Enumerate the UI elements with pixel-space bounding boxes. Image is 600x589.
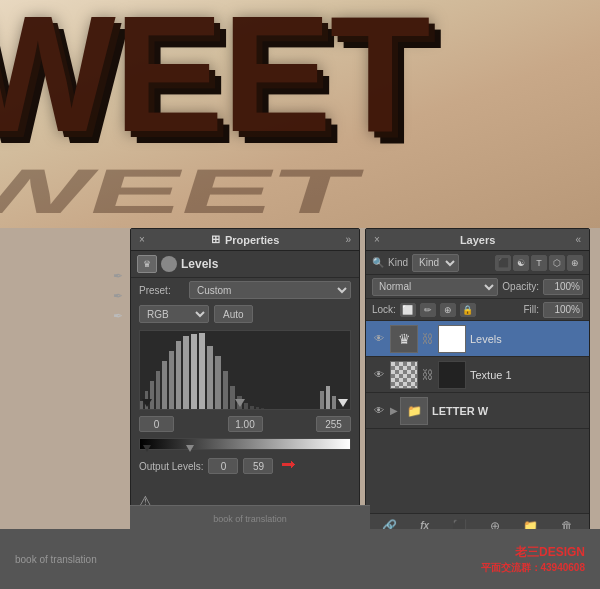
sweet-text-main: WEET — [0, 0, 429, 169]
auto-button[interactable]: Auto — [214, 305, 253, 323]
layers-panel-title: Layers — [460, 234, 495, 246]
brand-name: 老三DESIGN — [481, 544, 586, 561]
histogram-black-thumb[interactable] — [142, 399, 152, 407]
layers-kind-label: Kind — [388, 257, 408, 268]
filter-smart-icon[interactable]: ⊕ — [567, 255, 583, 271]
filter-shape-icon[interactable]: ⬡ — [549, 255, 565, 271]
fill-label: Fill: — [523, 304, 539, 315]
layer-chain-levels: ⛓ — [422, 332, 434, 346]
levels-title: Levels — [181, 257, 218, 271]
input-levels-mid[interactable]: 1.00 — [228, 416, 263, 432]
side-tool-eyedropper-black[interactable]: ✒ — [113, 269, 123, 283]
opacity-label: Opacity: — [502, 281, 539, 292]
input-levels-row: 0 1.00 255 — [131, 414, 359, 434]
properties-panel: × ⊞ Properties » ♛ Levels Preset: Custom… — [130, 228, 360, 538]
red-arrow-icon: ⮕ — [281, 457, 297, 475]
layer-mask-levels — [438, 325, 466, 353]
layers-panel-collapse[interactable]: « — [575, 234, 581, 245]
properties-panel-collapse[interactable]: » — [345, 234, 351, 245]
input-levels-min[interactable]: 0 — [139, 416, 174, 432]
levels-circle-icon — [161, 256, 177, 272]
layer-item-letter-w[interactable]: 👁 ▶ 📁 LETTER W — [366, 393, 589, 429]
layer-eye-texture[interactable]: 👁 — [372, 368, 386, 382]
bottom-right-brand: 老三DESIGN 平面交流群：43940608 — [481, 544, 586, 575]
layers-panel-close[interactable]: × — [374, 234, 380, 245]
layer-item-texture[interactable]: 👁 ⛓ Textue 1 — [366, 357, 589, 393]
lock-position-icon[interactable]: ⊕ — [440, 303, 456, 317]
lock-label: Lock: — [372, 304, 396, 315]
layer-name-texture: Textue 1 — [470, 369, 583, 381]
histogram-mid-thumb[interactable] — [235, 399, 245, 407]
lock-transparent-icon[interactable]: ⬜ — [400, 303, 416, 317]
canvas-area: WEET WEET — [0, 0, 600, 228]
preset-row: Preset: Custom — [131, 278, 359, 302]
layer-thumb-levels: ♛ — [390, 325, 418, 353]
properties-panel-title: ⊞ Properties — [211, 233, 279, 246]
opacity-input[interactable]: 100% — [543, 279, 583, 295]
blend-mode-select[interactable]: Normal — [372, 278, 498, 296]
side-tool-eyedropper-mid[interactable]: ✒ — [113, 289, 123, 303]
layers-kind-select[interactable]: Kind — [412, 254, 459, 272]
layers-panel: × Layers « 🔍 Kind Kind ⬛ ☯ T ⬡ ⊕ Normal … — [365, 228, 590, 538]
watermark-book-text: book of translation — [213, 514, 287, 524]
search-icon: 🔍 — [372, 257, 384, 268]
filter-type-icon[interactable]: T — [531, 255, 547, 271]
output-levels-min[interactable]: 0 — [208, 458, 238, 474]
preset-label: Preset: — [139, 285, 184, 296]
lock-image-icon[interactable]: ✏ — [420, 303, 436, 317]
layer-chain-texture: ⛓ — [422, 368, 434, 382]
adjustment-icon-btn[interactable]: ♛ — [137, 255, 157, 273]
layer-mask-texture — [438, 361, 466, 389]
channel-row: RGB Auto — [131, 302, 359, 326]
bottom-watermark-text: book of translation — [15, 554, 97, 565]
layer-item-levels[interactable]: 👁 ♛ ⛓ Levels — [366, 321, 589, 357]
lock-all-icon[interactable]: 🔒 — [460, 303, 476, 317]
output-levels-label: Output Levels: — [139, 461, 203, 472]
sweet-text-3d-shadow: WEET — [0, 155, 368, 228]
histogram-area — [139, 330, 351, 410]
layer-name-letter: LETTER W — [432, 405, 583, 417]
layer-name-levels: Levels — [470, 333, 583, 345]
side-tool-eyedropper-white[interactable]: ✒ — [113, 309, 123, 323]
layers-mode-row: Normal Opacity: 100% — [366, 275, 589, 299]
output-levels-max[interactable]: 59 — [243, 458, 273, 474]
layer-eye-levels[interactable]: 👁 — [372, 332, 386, 346]
input-levels-max[interactable]: 255 — [316, 416, 351, 432]
filter-adjust-icon[interactable]: ☯ — [513, 255, 529, 271]
properties-panel-close[interactable]: × — [139, 234, 145, 245]
adjustment-crown-icon: ♛ — [143, 259, 151, 269]
layers-kind-row: 🔍 Kind Kind ⬛ ☯ T ⬡ ⊕ — [366, 251, 589, 275]
channel-select[interactable]: RGB — [139, 305, 209, 323]
layer-group-expand[interactable]: ▶ 📁 — [390, 397, 428, 425]
properties-panel-header: × ⊞ Properties » — [131, 229, 359, 251]
output-levels-row: Output Levels: 0 59 ⮕ — [131, 454, 359, 478]
histogram-white-thumb[interactable] — [338, 399, 348, 407]
side-tools-panel: ✒ ✒ ✒ — [113, 269, 123, 323]
output-right-thumb[interactable] — [186, 445, 194, 452]
layer-filter-icons: ⬛ ☯ T ⬡ ⊕ — [495, 255, 583, 271]
fill-input[interactable]: 100% — [543, 302, 583, 318]
preset-select[interactable]: Custom — [189, 281, 351, 299]
layer-thumb-letter: 📁 — [400, 397, 428, 425]
properties-title-text: Properties — [225, 234, 279, 246]
bottom-left-area: book of translation — [15, 554, 97, 565]
bottom-bar: book of translation 老三DESIGN 平面交流群：43940… — [0, 529, 600, 589]
layer-thumb-texture — [390, 361, 418, 389]
levels-toolbar: ♛ Levels — [131, 251, 359, 278]
layers-lock-row: Lock: ⬜ ✏ ⊕ 🔒 Fill: 100% — [366, 299, 589, 321]
properties-icon: ⊞ — [211, 233, 220, 246]
filter-pixel-icon[interactable]: ⬛ — [495, 255, 511, 271]
layer-eye-letter[interactable]: 👁 — [372, 404, 386, 418]
layers-panel-header: × Layers « — [366, 229, 589, 251]
output-left-thumb[interactable] — [143, 445, 151, 452]
watermark-bar: book of translation — [130, 505, 370, 531]
output-gradient-area — [139, 438, 351, 450]
community-text: 平面交流群：43940608 — [481, 561, 586, 575]
